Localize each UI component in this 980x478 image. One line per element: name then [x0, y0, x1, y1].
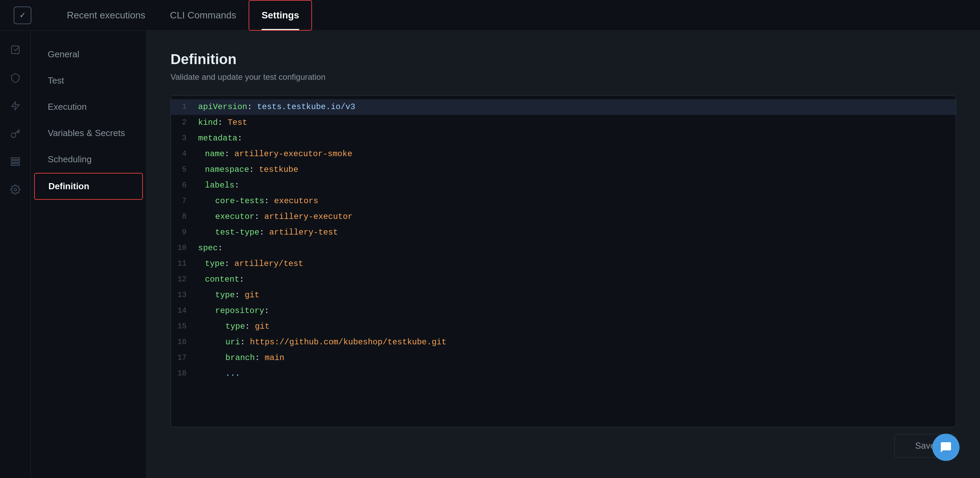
menu-item-execution[interactable]: Execution	[34, 94, 143, 120]
code-line-3: 3 metadata:	[171, 130, 956, 146]
code-lines: 1 apiVersion: tests.testkube.io/v3 2 kin…	[171, 96, 956, 385]
icon-sidebar	[0, 31, 31, 478]
section-subtitle: Validate and update your test configurat…	[170, 72, 956, 82]
chat-bubble[interactable]	[932, 434, 959, 461]
code-line-10: 10 spec:	[171, 240, 956, 256]
tab-settings[interactable]: Settings	[248, 0, 312, 31]
top-nav: ✓ Recent executions CLI Commands Setting…	[0, 0, 980, 31]
trigger-icon[interactable]	[6, 125, 24, 143]
section-title: Definition	[170, 51, 956, 68]
code-line-11: 11 type: artillery/test	[171, 256, 956, 272]
code-line-6: 6 labels:	[171, 178, 956, 193]
menu-item-general[interactable]: General	[34, 41, 143, 67]
menu-item-test[interactable]: Test	[34, 68, 143, 94]
logo-area: ✓	[14, 6, 41, 24]
code-line-15: 15 type: git	[171, 319, 956, 335]
code-line-18: 18 ...	[171, 366, 956, 381]
svg-rect-1	[11, 158, 19, 160]
text-menu: General Test Execution Variables & Secre…	[31, 31, 146, 478]
checklist-icon[interactable]	[6, 41, 24, 59]
code-line-8: 8 executor: artillery-executor	[171, 209, 956, 225]
database-icon[interactable]	[6, 153, 24, 170]
save-area: Save	[170, 427, 956, 457]
code-line-9: 9 test-type: artillery-test	[171, 225, 956, 240]
svg-rect-3	[11, 164, 19, 165]
code-editor[interactable]: 1 apiVersion: tests.testkube.io/v3 2 kin…	[170, 95, 956, 427]
svg-point-4	[14, 188, 17, 191]
svg-rect-2	[11, 161, 19, 163]
code-line-2: 2 kind: Test	[171, 115, 956, 130]
lightning-icon[interactable]	[6, 97, 24, 114]
code-line-17: 17 branch: main	[171, 350, 956, 366]
svg-rect-0	[11, 46, 19, 54]
menu-item-scheduling[interactable]: Scheduling	[34, 147, 143, 172]
tab-cli-commands[interactable]: CLI Commands	[158, 0, 248, 31]
nav-tabs: Recent executions CLI Commands Settings	[54, 0, 312, 31]
code-line-4: 4 name: artillery-executor-smoke	[171, 146, 956, 162]
tab-recent-executions[interactable]: Recent executions	[54, 0, 158, 31]
code-line-16: 16 uri: https://github.com/kubeshop/test…	[171, 335, 956, 350]
code-line-12: 12 content:	[171, 272, 956, 287]
code-line-13: 13 type: git	[171, 287, 956, 303]
code-line-5: 5 namespace: testkube	[171, 162, 956, 178]
shield-icon[interactable]	[6, 69, 24, 87]
menu-item-definition[interactable]: Definition	[34, 173, 143, 200]
code-line-1: 1 apiVersion: tests.testkube.io/v3	[171, 99, 956, 115]
main-content: General Test Execution Variables & Secre…	[0, 31, 980, 478]
code-line-7: 7 core-tests: executors	[171, 193, 956, 209]
code-line-14: 14 repository:	[171, 303, 956, 319]
menu-item-variables[interactable]: Variables & Secrets	[34, 120, 143, 146]
content-panel: Definition Validate and update your test…	[146, 31, 980, 478]
gear-icon[interactable]	[6, 181, 24, 199]
logo-icon: ✓	[14, 6, 31, 24]
